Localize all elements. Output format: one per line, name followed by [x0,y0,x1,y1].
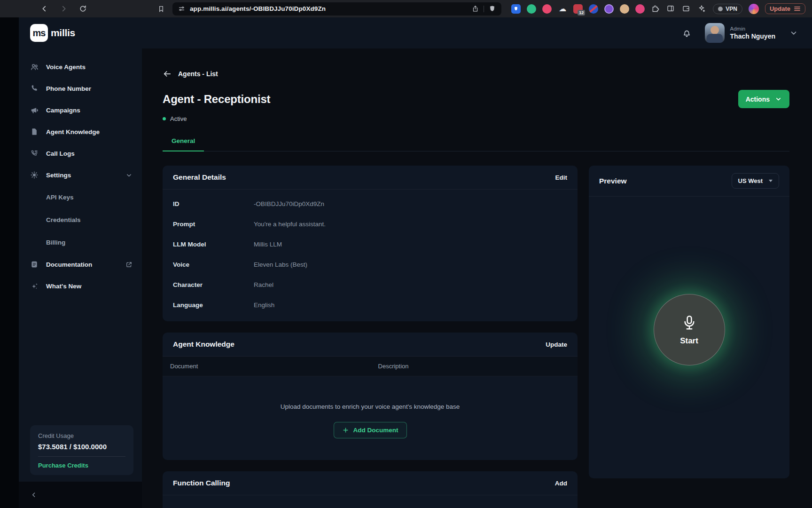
browser-reload-icon[interactable] [79,5,87,13]
user-menu-chevron-down-icon[interactable] [789,29,798,37]
detail-row-prompt: Prompt You're a helpful assistant. [163,214,578,234]
sidebar-item-label: Documentation [46,261,118,268]
call-log-icon [30,149,39,158]
sidebar-subitem-label: Credentials [46,216,81,223]
user-avatar[interactable] [705,23,725,43]
sidebar-item-label: Agent Knowledge [46,128,133,135]
detail-label: Voice [173,261,254,268]
plus-icon [342,427,349,434]
card-title: Agent Knowledge [173,340,234,349]
brave-shield-icon[interactable] [489,5,496,12]
sidebar-item-label: Call Logs [46,150,133,157]
cloud-extension-icon[interactable]: ☁ [558,4,567,14]
agent-knowledge-card: Agent Knowledge Update Document Descript… [163,333,578,460]
caret-down-icon [769,180,773,182]
extension-icon[interactable] [620,4,629,14]
leo-ai-icon[interactable] [697,4,707,14]
update-button[interactable]: Update [546,341,567,348]
browser-profile-avatar[interactable] [749,4,759,14]
sidebar-subitem-label: API Keys [46,194,74,201]
detail-row-character: Character Rachel [163,275,578,295]
browser-update-button[interactable]: Update [765,3,805,14]
edit-button[interactable]: Edit [555,174,568,181]
start-call-button[interactable]: Start [654,294,725,365]
detail-row-llm-model: LLM Model Millis LLM [163,234,578,254]
sidebar: Voice Agents Phone Number Campaigns Agen… [19,48,142,508]
sidebar-item-billing[interactable]: Billing [19,231,142,254]
vpn-button[interactable]: VPN [713,4,742,14]
extension-icon[interactable] [604,4,614,14]
tab-general[interactable]: General [163,133,204,151]
sidebar-item-whats-new[interactable]: What's New [19,275,142,297]
extension-icon[interactable] [635,4,645,14]
sidebar-item-credentials[interactable]: Credentials [19,208,142,231]
extensions-puzzle-icon[interactable] [651,4,660,14]
chevron-down-icon [775,95,782,103]
detail-label: Character [173,281,254,288]
blocker-extension-icon[interactable] [589,4,598,14]
user-role: Admin [730,26,775,32]
vpn-label: VPN [726,6,737,12]
sidebar-item-settings[interactable]: Settings [19,164,142,186]
start-button-label: Start [680,336,698,346]
app-header: ms millis Admin Thach Nguyen [19,17,812,48]
sidebar-toggle-icon[interactable] [666,4,676,14]
browser-chrome: app.millis.ai/agents/-OBIBDJJu70iDp0Xd9Z… [0,0,812,17]
browser-back-icon[interactable] [40,5,48,13]
extension-icon[interactable]: 12 [573,4,583,14]
back-arrow-icon[interactable] [163,69,172,79]
main-content: Agents - List Agent - Receptionist Actio… [142,48,812,508]
site-settings-icon[interactable] [178,5,185,12]
sidebar-item-label: Voice Agents [46,64,133,71]
bookmark-icon[interactable] [157,5,165,13]
detail-label: Prompt [173,221,254,228]
left-gutter [0,17,19,508]
credit-usage-amount: $73.5081 / $100.0000 [38,443,125,457]
knowledge-table-header: Document Description [163,357,578,376]
add-document-button[interactable]: Add Document [334,422,407,438]
column-header-document: Document [170,363,378,370]
breadcrumb-label[interactable]: Agents - List [178,70,218,78]
browser-forward-icon[interactable] [60,5,68,13]
extension-icon[interactable] [527,4,536,14]
purchase-credits-link[interactable]: Purchase Credits [38,462,125,469]
share-icon[interactable] [472,5,479,12]
detail-row-id: ID -OBIBDJJu70iDp0Xd9Zn [163,194,578,214]
sidebar-item-voice-agents[interactable]: Voice Agents [19,56,142,78]
sidebar-item-documentation[interactable]: Documentation [19,254,142,275]
sidebar-item-agent-knowledge[interactable]: Agent Knowledge [19,121,142,143]
detail-value: -OBIBDJJu70iDp0Xd9Zn [254,200,324,207]
external-link-icon [125,261,133,268]
credit-usage-card: Credit Usage $73.5081 / $100.0000 Purcha… [30,425,133,475]
credit-usage-title: Credit Usage [38,432,125,439]
sidebar-item-call-logs[interactable]: Call Logs [19,143,142,164]
sidebar-item-api-keys[interactable]: API Keys [19,186,142,208]
knowledge-empty-state: Upload documents to enrich your voice ag… [163,376,578,460]
status-dot-icon [163,117,166,120]
sidebar-item-campaigns[interactable]: Campaigns [19,99,142,121]
sidebar-item-label: Campaigns [46,107,133,114]
wallet-icon[interactable] [682,4,691,14]
detail-value: English [254,302,274,309]
logo-text: millis [51,27,75,39]
column-header-description: Description [378,363,409,370]
sidebar-item-label: What's New [46,283,133,290]
notifications-bell-icon[interactable] [682,28,692,38]
url-text: app.millis.ai/agents/-OBIBDJJu70iDp0Xd9Z… [190,5,326,12]
password-manager-extension-icon[interactable] [511,4,521,14]
general-details-card: General Details Edit ID -OBIBDJJu70iDp0X… [163,166,578,321]
extension-icon[interactable] [542,4,552,14]
detail-value: Millis LLM [254,241,282,248]
detail-value: Eleven Labs (Best) [254,261,307,268]
vpn-status-icon [718,7,723,11]
sparkles-icon [30,282,39,291]
millis-logo[interactable]: ms millis [30,24,75,42]
actions-button[interactable]: Actions [738,90,789,108]
detail-label: ID [173,200,254,207]
region-select[interactable]: US West [732,173,780,189]
address-bar[interactable]: app.millis.ai/agents/-OBIBDJJu70iDp0Xd9Z… [172,2,501,16]
collapse-sidebar-icon[interactable] [30,491,38,499]
add-button[interactable]: Add [555,480,567,487]
detail-label: Language [173,302,254,309]
sidebar-item-phone-number[interactable]: Phone Number [19,78,142,99]
